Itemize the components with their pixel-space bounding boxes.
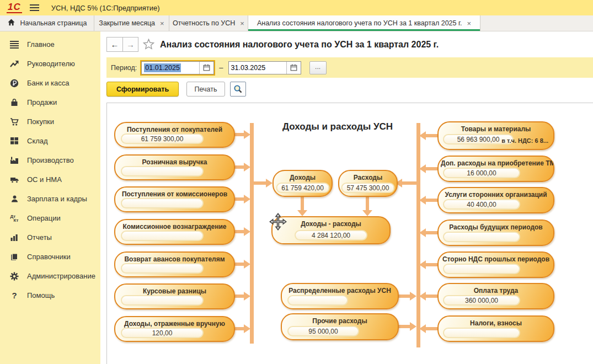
flow-arrow (419, 228, 437, 237)
block-value (443, 264, 520, 274)
flow-arrow (419, 260, 437, 269)
close-tab-icon[interactable]: × (160, 20, 164, 27)
sidebar-item-bank-cash[interactable]: Банк и касса (0, 73, 100, 93)
period-to-input[interactable]: 31.03.2025 (229, 62, 286, 74)
block-income-minus-expenses[interactable]: Доходы - расходы 4 284 120,00 (271, 216, 391, 244)
sidebar-item-administration[interactable]: Администрирование (0, 266, 100, 286)
sidebar-item-directories[interactable]: Справочники (0, 247, 100, 266)
sidebar-item-payroll-hr[interactable]: Зарплата и кадры (0, 189, 100, 208)
block-value (443, 328, 520, 338)
block-exchange-differences[interactable]: Курсовые разницы (114, 283, 235, 309)
flow-arrow (235, 260, 250, 269)
app-title: УСН, НДС 5% (1С:Предприятие) (51, 4, 160, 12)
generate-button[interactable]: Сформировать (106, 82, 179, 97)
block-deferred-expenses[interactable]: Расходы будущих периодов (437, 220, 554, 246)
trend-icon (9, 60, 20, 68)
tab-month-closing[interactable]: Закрытие месяца × (94, 15, 169, 31)
close-tab-icon[interactable]: × (467, 20, 471, 27)
flow-arrow (235, 227, 250, 236)
block-receipts-from-commissioners[interactable]: Поступления от комиссионеров (114, 186, 235, 212)
flow-arrow (399, 322, 416, 331)
gear-icon (9, 272, 20, 281)
cart-icon (9, 117, 20, 126)
diagram-title: Доходы и расходы УСН (271, 121, 404, 132)
block-advance-returns[interactable]: Возврат авансов покупателям (114, 251, 235, 277)
print-button[interactable]: Печать (186, 82, 225, 97)
flow-arrow (235, 324, 250, 333)
sidebar-item-sales[interactable]: Продажи (0, 93, 100, 112)
sidebar-item-fixed-assets[interactable]: ОС и НМА (0, 170, 100, 189)
tab-label: Отчетность по УСН (173, 19, 235, 27)
favorite-star-icon[interactable] (143, 39, 154, 52)
calendar-button[interactable] (199, 62, 213, 74)
period-from-group: 01.01.2025 (141, 61, 214, 74)
dtkt-icon: ДтКт (9, 215, 20, 222)
sidebar-item-help[interactable]: ? Помощь (0, 286, 100, 305)
flow-arrow (419, 131, 437, 140)
tab-usn-analysis[interactable]: Анализ состояния налогового учета по УСН… (248, 15, 480, 31)
period-from-input[interactable]: 01.01.2025 (142, 62, 199, 74)
tab-usn-reporting[interactable]: Отчетность по УСН × (169, 15, 248, 31)
sidebar-item-main[interactable]: Главное (0, 35, 100, 54)
sidebar-item-warehouse[interactable]: Склад (0, 131, 100, 151)
block-value: 95 000,00 (287, 326, 359, 336)
back-button[interactable]: ← (106, 37, 122, 52)
flow-arrow (254, 179, 273, 188)
period-label: Период: (111, 64, 137, 72)
block-income[interactable]: Доходы 61 759 420,00 (273, 170, 333, 197)
ruble-icon (9, 79, 20, 88)
sidebar-item-production[interactable]: Производство (0, 151, 100, 170)
tab-bar: Начальная страница Закрытие месяца × Отч… (0, 15, 593, 31)
tab-label: Анализ состояния налогового учета по УСН… (257, 19, 462, 27)
block-vat-reversal[interactable]: Сторно НДС прошлых периодов (437, 251, 554, 278)
flow-arrow (396, 179, 416, 188)
block-receipts-from-buyers[interactable]: Поступления от покупателей 61 759 300,00 (114, 122, 235, 148)
period-dash: – (219, 63, 223, 72)
block-extra-tmc-expenses[interactable]: Доп. расходы на приобретение ТМЦ 16 000,… (437, 156, 554, 182)
block-manual-income[interactable]: Доходы, отраженные вручную 120,00 (114, 316, 235, 342)
block-value: 57 475 300,00 (341, 183, 395, 193)
block-value (121, 263, 204, 274)
block-distributed-expenses[interactable]: Распределенные расходы УСН (281, 283, 399, 309)
block-third-party-services[interactable]: Услуги сторонних организаций 40 400,00 (437, 187, 554, 213)
sidebar-item-purchases[interactable]: Покупки (0, 112, 100, 131)
block-value (121, 231, 204, 241)
block-retail-revenue[interactable]: Розничная выручка (114, 154, 235, 180)
sidebar-item-reports[interactable]: Отчеты (0, 228, 100, 247)
flow-arrow (419, 164, 437, 173)
pallet-icon (9, 137, 20, 145)
sidebar-item-operations[interactable]: ДтКт Операции (0, 208, 100, 228)
period-more-button[interactable]: ... (309, 61, 327, 74)
block-other-expenses[interactable]: Прочие расходы 95 000,00 (281, 313, 399, 340)
close-tab-icon[interactable]: × (240, 20, 244, 27)
sidebar-item-manager[interactable]: Руководителю (0, 54, 100, 73)
calendar-button[interactable] (286, 62, 301, 74)
history-nav: ← → (106, 37, 138, 52)
block-payroll[interactable]: Оплата труда 360 000,00 (437, 283, 554, 309)
period-to-group: 31.03.2025 (228, 61, 301, 74)
flow-arrow (235, 130, 250, 139)
flow-arrow (235, 292, 250, 301)
block-value: 61 759 300,00 (121, 133, 204, 144)
block-taxes-contributions[interactable]: Налоги, взносы (437, 315, 554, 342)
preview-button[interactable] (230, 82, 246, 97)
flow-arrow (419, 324, 437, 333)
block-value: 40 400,00 (443, 199, 520, 210)
move-cursor-icon (269, 213, 287, 233)
flow-arrow (362, 196, 372, 216)
sidebar: Главное Руководителю Банк и касса Продаж… (0, 31, 100, 364)
tab-label: Начальная страница (20, 19, 87, 27)
menu-icon (9, 41, 20, 49)
truck-icon (9, 175, 20, 184)
block-expenses[interactable]: Расходы 57 475 300,00 (338, 170, 398, 197)
books-icon (9, 253, 20, 261)
block-goods-materials[interactable]: Товары и материалы 56 963 900,00 в т.ч. … (437, 121, 554, 150)
block-value (287, 295, 348, 306)
main-menu-icon[interactable] (30, 4, 39, 11)
forward-button[interactable]: → (122, 37, 138, 52)
block-commission-fee[interactable]: Комиссионное вознаграждение (114, 219, 235, 245)
flow-arrow (235, 163, 250, 172)
income-collector-bar (250, 123, 254, 344)
home-icon (7, 18, 15, 28)
tab-home[interactable]: Начальная страница (0, 15, 94, 31)
